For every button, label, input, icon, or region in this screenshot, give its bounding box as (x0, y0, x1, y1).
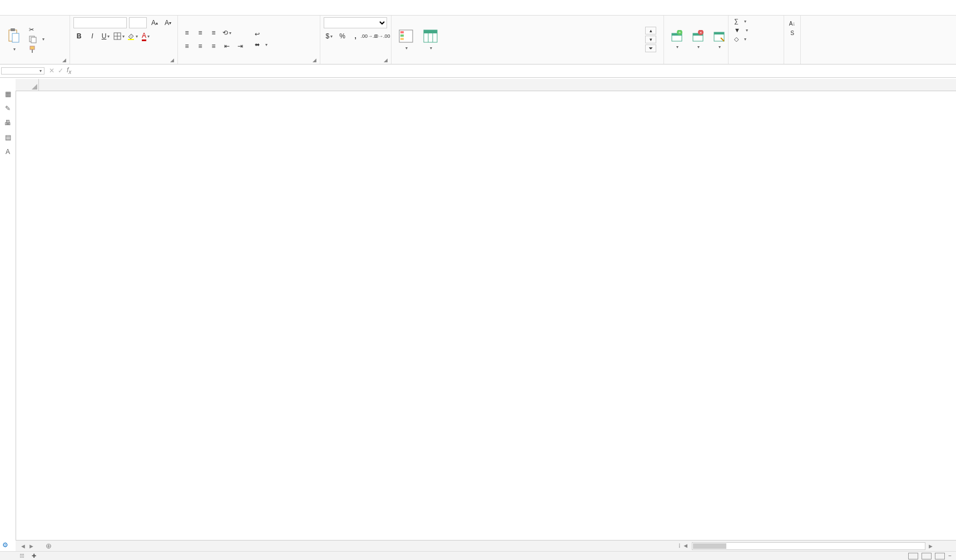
ribbon: ▾ ✂ ▾ ◢ A▴ A▾ B I U▾ ▾ ▾ (0, 16, 956, 65)
horizontal-scrollbar[interactable]: ⁞ ◄ ► (58, 542, 956, 550)
strip-icon-4[interactable]: ▤ (5, 133, 11, 141)
decrease-decimal-button[interactable]: .0→.00 (377, 31, 388, 42)
chevron-down-icon: ▾ (430, 46, 432, 51)
styles-scroll-up[interactable]: ▴ (645, 27, 656, 34)
fill-button[interactable]: ▼▾ (732, 26, 780, 34)
orientation-button[interactable]: ⟲▾ (221, 27, 232, 38)
fill-down-icon: ▼ (734, 27, 740, 33)
column-headers[interactable] (16, 79, 956, 91)
font-size-input[interactable] (129, 17, 147, 28)
svg-rect-1 (11, 28, 15, 31)
format-painter-button[interactable] (27, 45, 47, 54)
border-button[interactable]: ▾ (113, 31, 125, 42)
dialog-launcher-icon[interactable]: ◢ (313, 57, 316, 63)
table-icon (423, 29, 438, 43)
view-normal-button[interactable] (908, 553, 918, 559)
accounting-format-button[interactable]: $▾ (324, 31, 335, 42)
sheet-nav-next[interactable]: ► (28, 543, 34, 549)
underline-button[interactable]: U▾ (100, 31, 111, 42)
group-label-number: ◢ (324, 62, 388, 64)
worksheet-grid[interactable] (16, 79, 956, 542)
insert-cells-button[interactable]: +▾ (667, 29, 686, 51)
align-center-button[interactable]: ≡ (195, 41, 206, 52)
format-icon (713, 30, 725, 42)
select-all-corner[interactable] (16, 79, 39, 91)
zoom-out-button[interactable]: − (948, 553, 952, 559)
bold-button[interactable]: B (73, 31, 85, 42)
cancel-icon[interactable]: ✕ (49, 67, 55, 75)
cut-button[interactable]: ✂ (27, 26, 47, 34)
increase-font-button[interactable]: A▴ (149, 17, 160, 28)
merge-icon: ⬌ (255, 41, 260, 48)
scissors-icon: ✂ (29, 26, 34, 33)
status-record-icon[interactable]: �⃞ (20, 553, 24, 559)
svg-rect-12 (400, 31, 404, 33)
increase-decimal-button[interactable]: .00→.0 (363, 31, 374, 42)
view-pagelayout-button[interactable] (922, 553, 932, 559)
status-bar: �⃞ ✚ − (0, 551, 956, 560)
sheet-nav-prev[interactable]: ◄ (20, 543, 26, 549)
align-left-button[interactable]: ≡ (181, 41, 192, 52)
svg-rect-6 (32, 49, 33, 53)
fill-color-button[interactable]: ▾ (127, 31, 138, 42)
strip-icon-3[interactable]: 🖶 (4, 119, 11, 127)
svg-rect-14 (400, 38, 404, 40)
sort-filter-icon[interactable]: A↓ (789, 21, 796, 27)
autosum-button[interactable]: ∑▾ (732, 17, 780, 25)
align-bottom-button[interactable]: ≡ (208, 27, 219, 38)
group-label-cells (667, 62, 725, 64)
paste-button[interactable]: ▾ (3, 27, 24, 53)
name-box[interactable]: ▾ (1, 67, 44, 75)
group-clipboard: ▾ ✂ ▾ ◢ (0, 16, 70, 64)
align-right-button[interactable]: ≡ (208, 41, 219, 52)
group-label-editing (732, 62, 780, 64)
strip-icon-1[interactable]: ▦ (5, 90, 11, 98)
dialog-launcher-icon[interactable]: ◢ (170, 57, 174, 63)
strip-icon-5[interactable]: A (6, 148, 10, 156)
group-label-font: ◢ (73, 62, 174, 64)
format-as-table-button[interactable]: ▾ (419, 28, 442, 52)
formula-input[interactable] (75, 65, 956, 77)
find-select-icon[interactable]: S (790, 30, 794, 36)
italic-button[interactable]: I (87, 31, 98, 42)
svg-text:+: + (678, 30, 681, 35)
align-top-button[interactable]: ≡ (181, 27, 192, 38)
increase-indent-button[interactable]: ⇥ (235, 41, 246, 52)
decrease-font-button[interactable]: A▾ (162, 17, 174, 28)
font-name-input[interactable] (73, 17, 127, 28)
delete-cells-button[interactable]: ×▾ (688, 29, 707, 51)
conditional-formatting-button[interactable]: ▾ (395, 28, 417, 52)
view-pagebreak-button[interactable] (935, 553, 945, 559)
merge-center-button[interactable]: ⬌▾ (252, 41, 270, 49)
fx-icon[interactable]: fx (67, 66, 71, 75)
comma-button[interactable]: , (350, 31, 361, 42)
strip-icon-2[interactable]: ✎ (5, 105, 11, 112)
status-accessibility[interactable]: ✚ (32, 553, 36, 559)
chevron-down-icon: ▾ (39, 68, 42, 73)
group-label-alignment: ◢ (181, 62, 316, 64)
clear-button[interactable]: ◇▾ (732, 35, 780, 43)
formula-bar: ▾ ✕ ✓ fx (0, 65, 956, 78)
row-headers[interactable] (16, 91, 16, 542)
enter-icon[interactable]: ✓ (58, 67, 63, 75)
paste-icon (7, 28, 21, 44)
wrap-text-button[interactable]: ↩ (252, 30, 270, 38)
group-label-styles (395, 62, 660, 64)
percent-button[interactable]: % (337, 31, 348, 42)
dialog-launcher-icon[interactable]: ◢ (384, 57, 388, 63)
gear-icon[interactable]: ⚙ (2, 541, 8, 549)
font-color-button[interactable]: A▾ (140, 31, 151, 42)
eraser-icon: ◇ (734, 36, 739, 43)
styles-more[interactable]: ⏷ (645, 44, 656, 52)
copy-button[interactable]: ▾ (27, 35, 47, 44)
number-format-select[interactable] (324, 17, 387, 28)
align-middle-button[interactable]: ≡ (195, 27, 206, 38)
decrease-indent-button[interactable]: ⇤ (221, 41, 232, 52)
new-sheet-button[interactable]: ⊕ (39, 541, 58, 551)
group-editing: ∑▾ ▼▾ ◇▾ (729, 16, 784, 64)
chevron-down-icon: ▾ (13, 47, 16, 52)
cond-format-icon (398, 29, 414, 43)
format-cells-button[interactable]: ▾ (710, 29, 729, 51)
dialog-launcher-icon[interactable]: ◢ (62, 57, 66, 63)
styles-scroll-down[interactable]: ▾ (645, 36, 656, 43)
